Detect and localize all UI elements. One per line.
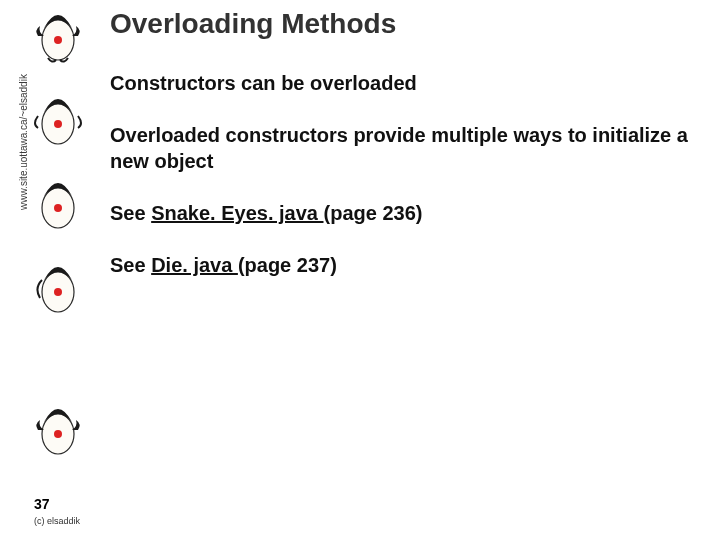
page-ref: (page 237) [238,254,337,276]
java-duke-icon [34,400,82,460]
link-die-java[interactable]: Die. java [151,254,238,276]
page-ref: (page 236) [324,202,423,224]
java-duke-icon [34,258,82,318]
slide: Overloading Methods www.site.uottawa.ca/… [0,0,720,540]
sidebar-url-text: www.site.uottawa.ca/~elsaddik [18,200,29,210]
page-number: 37 [34,496,50,512]
svg-point-5 [54,204,62,212]
body-line-4: See Die. java (page 237) [110,252,690,278]
java-duke-icon [34,90,82,150]
sidebar-url: www.site.uottawa.ca/~elsaddik [18,210,28,220]
page-title: Overloading Methods [110,8,396,40]
body-line-1: Constructors can be overloaded [110,70,690,96]
body-line-3: See Snake. Eyes. java (page 236) [110,200,690,226]
svg-point-1 [54,36,62,44]
body-line-2: Overloaded constructors provide multiple… [110,122,690,174]
svg-point-7 [54,288,62,296]
see-prefix: See [110,254,151,276]
java-duke-icon [34,174,82,234]
copyright: (c) elsaddik [34,516,80,526]
svg-point-3 [54,120,62,128]
link-snake-eyes-java[interactable]: Snake. Eyes. java [151,202,323,224]
see-prefix: See [110,202,151,224]
slide-body: Constructors can be overloaded Overloade… [110,70,690,304]
java-duke-icon [34,6,82,66]
svg-point-9 [54,430,62,438]
